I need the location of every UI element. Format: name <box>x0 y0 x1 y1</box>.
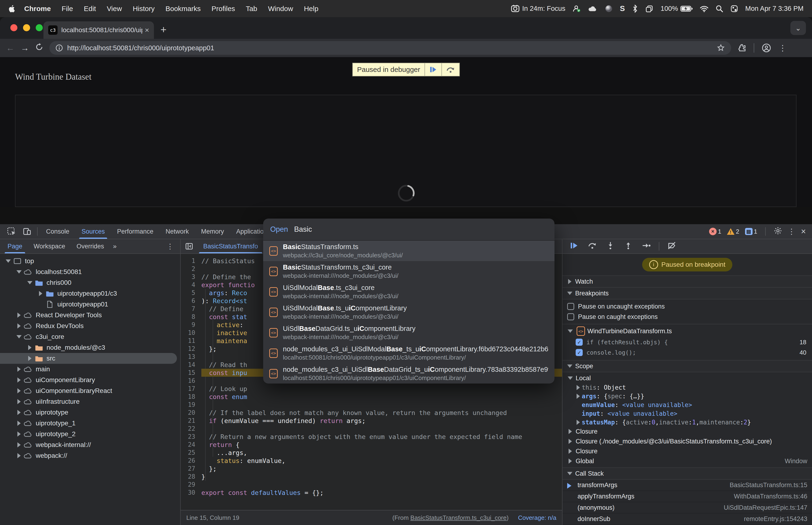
forward-button[interactable]: → <box>21 43 29 53</box>
devtools-tab-sources[interactable]: Sources <box>75 224 111 239</box>
error-badge[interactable]: ×1 <box>709 228 721 235</box>
menu-tab[interactable]: Tab <box>240 5 262 13</box>
tree-item-uicomponentlibrary[interactable]: uiComponentLibrary <box>0 375 180 386</box>
zoom-window-button[interactable] <box>36 24 43 31</box>
scope-group-local[interactable]: Local <box>563 373 812 383</box>
scope-var-input[interactable]: input: <value unavailable> <box>563 409 812 418</box>
people-badge-icon[interactable] <box>572 4 581 13</box>
sourcemap-file-link[interactable]: BasicStatusTransform.ts_c3ui_core <box>411 514 507 521</box>
step-into-icon[interactable] <box>602 241 618 252</box>
call-stack-section-header[interactable]: Call Stack <box>563 468 812 480</box>
code-line-27[interactable]: 27 }; <box>181 465 562 472</box>
code-line-28[interactable]: 28} <box>181 472 562 481</box>
code-line-21[interactable]: 21 if (enumValue === undefined) return a… <box>181 417 562 425</box>
banner-step-over-button[interactable] <box>442 63 460 76</box>
menu-view[interactable]: View <box>101 5 127 13</box>
issues-badge[interactable]: ▤1 <box>745 228 757 235</box>
code-line-30[interactable]: 30export const defaultValues = {}; <box>181 489 562 497</box>
quick-open-result-7[interactable]: <>node_modules_c3_ui_UiSdlBaseDataGrid_t… <box>263 363 554 384</box>
close-window-button[interactable] <box>10 24 17 31</box>
inspect-element-icon[interactable] <box>4 227 19 236</box>
tree-item-uiinfrastructure[interactable]: uiInfrastructure <box>0 396 180 407</box>
spotlight-search-icon[interactable] <box>716 5 723 13</box>
menu-bookmarks[interactable]: Bookmarks <box>160 5 206 13</box>
menu-window[interactable]: Window <box>263 5 298 13</box>
minimize-window-button[interactable] <box>23 24 30 31</box>
quick-open-result-5[interactable]: <>UiSdlBaseDataGrid.ts_uiComponentLibrar… <box>263 322 554 343</box>
scope-var-this[interactable]: this: Object <box>563 383 812 392</box>
quick-open-input[interactable]: Open Basic <box>263 219 554 241</box>
tree-item-uiprototypeapp01[interactable]: uiprototypeapp01 <box>0 299 180 310</box>
tree-item-src[interactable]: src <box>0 353 177 364</box>
tree-item-main[interactable]: main <box>0 364 180 375</box>
tree-item-uicomponentlibraryreact[interactable]: uiComponentLibraryReact <box>0 386 180 396</box>
code-line-26[interactable]: 26 status: enumValue, <box>181 456 562 465</box>
tree-item-localhost-50081[interactable]: localhost:50081 <box>0 267 180 277</box>
devtools-tab-performance[interactable]: Performance <box>111 224 159 239</box>
site-info-icon[interactable] <box>56 44 63 52</box>
devtools-more-icon[interactable]: ⋮ <box>788 227 795 236</box>
quick-open-result-2[interactable]: <>BasicStatusTransform.ts_c3ui_corewebpa… <box>263 261 554 282</box>
window-stack-icon[interactable] <box>645 5 654 13</box>
call-stack-frame[interactable]: transformArgsBasicStatusTransform.ts:15 <box>563 480 812 491</box>
breakpoint-file[interactable]: <>WindTurbineDataTransform.ts <box>563 325 812 337</box>
code-line-22[interactable]: 22 <box>181 425 562 433</box>
code-line-23[interactable]: 23 // Return a new arguments object with… <box>181 433 562 441</box>
editor-tab[interactable]: BasicStatusTransfo <box>198 239 264 253</box>
devtools-tab-memory[interactable]: Memory <box>195 224 230 239</box>
tab-close-icon[interactable]: × <box>145 26 149 34</box>
navigator-tab-page[interactable]: Page <box>2 239 28 253</box>
menu-bar-clock[interactable]: Mon Apr 7 3:36 PM <box>745 5 803 13</box>
call-stack-frame[interactable]: applyTransformArgsWithDataTransforms.ts:… <box>563 491 812 502</box>
menu-help[interactable]: Help <box>298 5 324 13</box>
checkbox-checked[interactable]: ✓ <box>576 349 583 356</box>
checkbox-unchecked[interactable] <box>567 313 574 320</box>
tree-item-node-modules-c3[interactable]: node_modules/@c3 <box>0 342 180 353</box>
menu-edit[interactable]: Edit <box>78 5 102 13</box>
reload-button[interactable] <box>35 43 43 53</box>
navigator-menu-icon[interactable]: ⋮ <box>162 242 178 251</box>
back-button[interactable]: ← <box>6 43 15 53</box>
quick-open-result-1[interactable]: <>BasicStatusTransform.tswebpack://c3ui_… <box>263 241 554 261</box>
apple-menu-icon[interactable] <box>9 4 16 13</box>
focus-status[interactable]: In 24m: Focus <box>511 4 565 13</box>
device-toolbar-icon[interactable] <box>19 227 35 236</box>
devtools-close-icon[interactable]: × <box>801 227 806 236</box>
scope-group[interactable]: Closure (./node_modules/@c3/ui/BasicStat… <box>563 436 812 446</box>
navigator-tab-overrides[interactable]: Overrides <box>72 239 109 253</box>
code-line-25[interactable]: 25 ...args, <box>181 449 562 456</box>
scope-group[interactable]: Closure <box>563 426 812 436</box>
navigator-tab-workspace[interactable]: Workspace <box>28 239 71 253</box>
deactivate-breakpoints-icon[interactable] <box>663 241 680 252</box>
assistant-orb-icon[interactable] <box>605 5 613 13</box>
watch-section-header[interactable]: Watch <box>563 276 812 288</box>
settings-gear-icon[interactable] <box>774 227 782 237</box>
tree-item-redux-devtools[interactable]: Redux DevTools <box>0 320 180 331</box>
scope-group[interactable]: GlobalWindow <box>563 456 812 466</box>
scope-group[interactable]: Closure <box>563 446 812 456</box>
devtools-tab-network[interactable]: Network <box>159 224 195 239</box>
menu-profiles[interactable]: Profiles <box>206 5 240 13</box>
more-tabs-icon[interactable]: » <box>110 242 120 250</box>
breakpoints-section-header[interactable]: Breakpoints <box>563 288 812 299</box>
new-tab-button[interactable]: + <box>160 24 167 35</box>
quick-open-result-4[interactable]: <>UiSdlModalBase.ts_uiComponentLibrarywe… <box>263 302 554 322</box>
breakpoint-entry[interactable]: ✓console.log();40 <box>563 347 812 358</box>
bluetooth-icon[interactable] <box>632 4 638 13</box>
chrome-menu-icon[interactable]: ⋮ <box>779 43 787 52</box>
menu-history[interactable]: History <box>127 5 160 13</box>
menu-file[interactable]: File <box>56 5 78 13</box>
wifi-icon[interactable] <box>700 5 709 12</box>
toggle-pause-on-caught-exceptions[interactable]: Pause on caught exceptions <box>563 312 812 322</box>
tree-item-webpack-internal-[interactable]: webpack-internal:// <box>0 439 180 450</box>
menu-chrome[interactable]: Chrome <box>19 5 56 13</box>
call-stack-frame[interactable]: doInnerSubremoteEntry.js:154243 <box>563 513 812 525</box>
extensions-icon[interactable] <box>737 44 746 52</box>
tree-item-uiprototype[interactable]: uiprototype <box>0 407 180 418</box>
tree-item-c3ui-core[interactable]: c3ui_core <box>0 331 180 342</box>
scope-var-statusMap[interactable]: statusMap: {active: 0, inactive: 1, main… <box>563 418 812 426</box>
scope-var-args[interactable]: args: {spec: {…}} <box>563 392 812 401</box>
tree-item-uiprototypeapp01-c3[interactable]: uiprototypeapp01/c3 <box>0 288 180 299</box>
devtools-tab-console[interactable]: Console <box>40 224 75 239</box>
code-line-19[interactable]: 19 <box>181 401 562 409</box>
